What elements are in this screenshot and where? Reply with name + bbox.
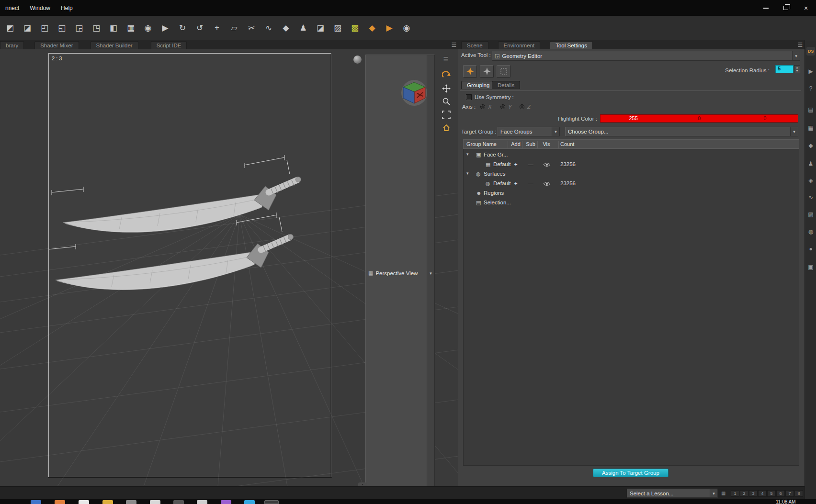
page-button-5[interactable]: 5 bbox=[767, 490, 776, 497]
axis-y-radio[interactable] bbox=[500, 104, 505, 109]
uv-editor-tool-icon[interactable]: ▩ bbox=[347, 19, 363, 36]
3d-viewport[interactable]: 2 : 3 bbox=[0, 49, 458, 486]
frame-view-icon[interactable] bbox=[442, 110, 451, 120]
bone-icon[interactable]: ∿ bbox=[805, 194, 816, 201]
grid-snap-tool-icon[interactable]: ▦ bbox=[123, 19, 139, 36]
table-row[interactable]: ▾ ◍ Surfaces bbox=[464, 169, 799, 179]
sub-button[interactable]: — bbox=[523, 161, 538, 167]
tab-shader-mixer[interactable]: Shader Mixer bbox=[34, 41, 79, 49]
taskbar-app-icon[interactable] bbox=[150, 500, 160, 504]
tab-shader-builder[interactable]: Shader Builder bbox=[91, 41, 138, 49]
axis-z-radio[interactable] bbox=[520, 104, 524, 109]
menu-help[interactable]: Help bbox=[56, 0, 78, 16]
selection-radius-input[interactable]: 5 bbox=[775, 65, 793, 73]
tab-environment[interactable]: Environment bbox=[498, 41, 541, 49]
page-button-2[interactable]: 2 bbox=[740, 490, 748, 497]
use-symmetry-checkbox[interactable] bbox=[466, 94, 472, 100]
figure-tool-icon[interactable]: ♟ bbox=[295, 19, 311, 36]
create-prop-tool-icon[interactable]: ◧ bbox=[105, 19, 122, 36]
scale-tool-icon[interactable]: ▱ bbox=[226, 19, 242, 36]
add-button[interactable]: + bbox=[509, 180, 523, 186]
view-selector-dropdown[interactable]: ▦ Perspective View ▾ bbox=[365, 55, 435, 486]
close-button[interactable]: × bbox=[796, 0, 816, 16]
table-row[interactable]: ◍ Default + — 23256 bbox=[464, 179, 799, 189]
grid-icon[interactable]: ▨ bbox=[805, 211, 816, 218]
taskbar-app-icon[interactable] bbox=[197, 500, 207, 504]
page-button-6[interactable]: 6 bbox=[776, 490, 785, 497]
viewport-collapse-handle[interactable]: ▾ bbox=[358, 482, 367, 486]
taskbar-app-icon[interactable] bbox=[173, 500, 184, 504]
spin-tool-icon[interactable]: ↺ bbox=[192, 19, 208, 36]
puzzle-icon[interactable]: ▣ bbox=[805, 264, 816, 270]
render-camera-tool-icon[interactable]: ◉ bbox=[398, 19, 415, 36]
visibility-eye-icon[interactable] bbox=[543, 181, 551, 187]
page-button-8[interactable]: 8 bbox=[794, 490, 803, 497]
zoom-camera-icon[interactable] bbox=[442, 97, 451, 106]
orbit-camera-icon[interactable] bbox=[442, 70, 451, 80]
node-icon[interactable]: ◆ bbox=[805, 142, 816, 149]
taskbar-app-icon[interactable] bbox=[31, 500, 41, 504]
create-null-tool-icon[interactable]: ◲ bbox=[71, 19, 87, 36]
globe-icon[interactable]: ◍ bbox=[805, 228, 816, 235]
view-lighting-sphere-icon[interactable] bbox=[353, 56, 362, 64]
active-tool-dropdown[interactable]: ◲ Geometry Editor ▾ bbox=[492, 51, 800, 61]
minimize-button[interactable] bbox=[756, 0, 776, 16]
layout-grid-icon[interactable]: ▦ bbox=[721, 491, 725, 496]
expander-icon[interactable]: ▾ bbox=[466, 171, 469, 176]
choose-group-dropdown[interactable]: Choose Group... ▾ bbox=[565, 127, 798, 136]
add-node-tool-icon[interactable]: ◪ bbox=[19, 19, 35, 36]
tab-content-library[interactable]: brary bbox=[0, 41, 24, 49]
tab-tool-settings[interactable]: Tool Settings bbox=[550, 41, 593, 49]
katana-model-1[interactable] bbox=[52, 155, 301, 233]
assign-to-target-group-button[interactable]: Assign To Target Group bbox=[593, 469, 669, 477]
cut-tool-icon[interactable]: ✂ bbox=[243, 19, 260, 36]
new-node-tool-icon[interactable]: ◩ bbox=[2, 19, 18, 36]
layout-icon[interactable]: ▦ bbox=[805, 124, 816, 131]
home-view-icon[interactable] bbox=[442, 123, 451, 133]
menu-connect[interactable]: nnect bbox=[0, 0, 24, 16]
hatch-tool-icon[interactable]: ▨ bbox=[329, 19, 346, 36]
sphere-icon[interactable]: ● bbox=[805, 246, 816, 252]
pointer-select-tool-icon[interactable]: ▶ bbox=[157, 19, 173, 36]
create-group-tool-icon[interactable]: ◱ bbox=[54, 19, 70, 36]
create-target-tool-icon[interactable]: ◳ bbox=[88, 19, 104, 36]
taskbar-app-icon[interactable] bbox=[79, 500, 89, 504]
visibility-eye-icon[interactable] bbox=[543, 162, 551, 168]
tab-script-ide[interactable]: Script IDE bbox=[151, 41, 187, 49]
weld-tool-icon[interactable]: ∿ bbox=[261, 19, 277, 36]
vertex-select-mode-button[interactable] bbox=[480, 65, 494, 78]
page-button-1[interactable]: 1 bbox=[731, 490, 739, 497]
rotate-select-tool-icon[interactable]: ↻ bbox=[174, 19, 191, 36]
target-group-dropdown[interactable]: Face Groups ▾ bbox=[498, 127, 560, 136]
right-pane-options-icon[interactable]: ☰ bbox=[796, 42, 805, 48]
taskbar-app-icon[interactable] bbox=[126, 500, 136, 504]
taskbar-app-icon[interactable] bbox=[102, 500, 113, 504]
translate-tool-icon[interactable]: + bbox=[209, 19, 225, 36]
taskbar-active-app-icon[interactable] bbox=[264, 500, 279, 504]
panes-icon[interactable]: ▤ bbox=[805, 106, 816, 113]
restore-button[interactable] bbox=[776, 0, 796, 16]
create-cube-tool-icon[interactable]: ◰ bbox=[36, 19, 53, 36]
orientation-cube-gizmo[interactable] bbox=[399, 78, 430, 110]
sub-button[interactable]: — bbox=[523, 180, 538, 186]
marquee-select-mode-button[interactable] bbox=[497, 65, 510, 78]
expander-icon[interactable]: ▾ bbox=[466, 152, 469, 157]
geometry-node-tool-icon[interactable]: ◆ bbox=[364, 19, 380, 36]
table-row[interactable]: ▤ Selection... bbox=[464, 198, 799, 208]
taskbar-app-icon[interactable] bbox=[55, 500, 65, 504]
tab-scene[interactable]: Scene bbox=[461, 41, 488, 49]
gem-icon[interactable]: ◈ bbox=[805, 177, 816, 184]
geometry-select-mode-button[interactable] bbox=[463, 65, 477, 78]
tab-grouping[interactable]: Grouping bbox=[461, 81, 495, 89]
tab-details[interactable]: Details bbox=[492, 81, 520, 89]
taskbar-app-icon[interactable] bbox=[221, 500, 231, 504]
select-lesson-dropdown[interactable]: Select a Lesson... ▾ bbox=[627, 489, 718, 498]
viewport-options-icon[interactable]: ☰ bbox=[442, 56, 450, 63]
table-row[interactable]: ☻ Regions bbox=[464, 189, 799, 198]
page-button-3[interactable]: 3 bbox=[749, 490, 758, 497]
smart-select-tool-icon[interactable]: ▶ bbox=[381, 19, 397, 36]
axis-x-radio[interactable] bbox=[480, 104, 485, 109]
selection-radius-stepper[interactable]: ▲▼ bbox=[794, 65, 800, 73]
highlight-color-swatch[interactable]: 255 0 0 bbox=[600, 114, 798, 123]
add-button[interactable]: + bbox=[509, 161, 523, 167]
